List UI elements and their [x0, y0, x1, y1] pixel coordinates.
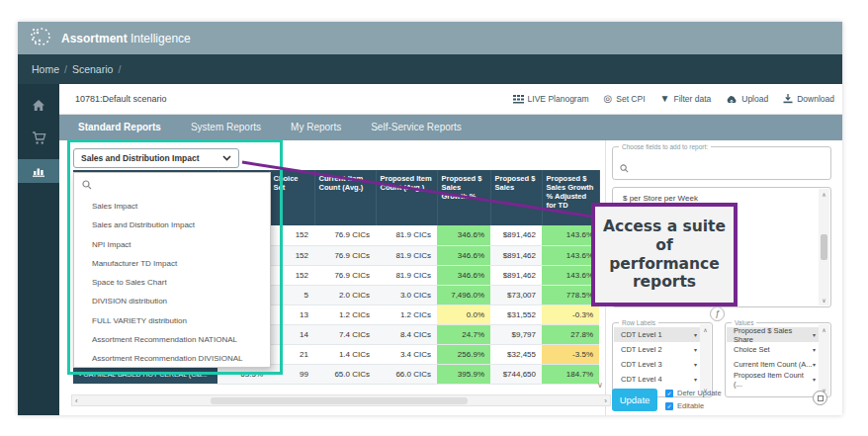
cell-proposed-sales: $32,455 — [490, 344, 542, 364]
report-tabs: Standard ReportsSystem ReportsMy Reports… — [59, 115, 842, 140]
sidebar-item-home[interactable] — [18, 92, 59, 118]
sidebar-item-reports[interactable] — [18, 159, 59, 183]
scroll-up-arrow[interactable]: ∧ — [703, 326, 707, 333]
search-icon — [620, 164, 629, 173]
fields-search-input[interactable] — [613, 147, 830, 177]
update-options: ✓ Defer Update ✓ Editable — [665, 389, 722, 414]
chevron-down-icon[interactable]: ▾ — [694, 376, 697, 383]
report-layout-icon[interactable] — [813, 391, 827, 405]
pivot-field-item[interactable]: CDT Level 3▾ — [614, 357, 700, 372]
scroll-down-arrow[interactable]: ∨ — [822, 297, 825, 304]
pivot-field-item[interactable]: CDT Level 4▾ — [614, 372, 700, 387]
cell-sales-growth-adjusted: -0.3% — [542, 305, 599, 324]
report-option[interactable]: Assortment Recommendation NATIONAL — [74, 330, 270, 349]
planogram-grid-icon — [513, 95, 524, 104]
report-dropdown-list: Sales ImpactSales and Distribution Impac… — [74, 197, 270, 369]
chevron-down-icon[interactable]: ▾ — [813, 346, 816, 353]
cell-choice-set: 5 — [269, 285, 314, 305]
sidebar-item-cart[interactable] — [18, 126, 59, 151]
cell-proposed-sales: $891,462 — [490, 245, 542, 265]
cell-proposed-sales: $73,007 — [490, 285, 542, 305]
cell-choice-set: 13 — [269, 305, 314, 324]
cell-proposed-item-count: 3.0 CICs — [376, 285, 437, 305]
breadcrumb-separator: / — [64, 63, 67, 75]
cart-icon — [32, 131, 46, 145]
cell-choice-set: 152 — [269, 225, 314, 245]
scrollbar-thumb[interactable] — [211, 397, 468, 404]
cell-proposed-sales: $31,552 — [490, 305, 542, 324]
horizontal-scrollbar[interactable]: ‹ › — [71, 394, 611, 406]
cell-sales-growth: 346.6% — [437, 265, 490, 285]
report-option[interactable]: FULL VARIETY distribution — [74, 311, 270, 330]
values-box: Values Proposed $ Sales Share▾Choice Set… — [725, 322, 831, 397]
brand-logo-icon — [28, 24, 53, 53]
download-icon — [783, 94, 793, 104]
scrollbar-thumb[interactable] — [821, 234, 827, 260]
report-type-select[interactable]: Sales and Distribution Impact — [73, 148, 239, 168]
tab-system-reports[interactable]: System Reports — [176, 115, 276, 140]
chevron-down-icon[interactable]: ▾ — [694, 346, 697, 353]
defer-update-checkbox[interactable]: ✓ Defer Update — [665, 389, 722, 397]
breadcrumb-scenario-link[interactable]: Scenario — [72, 63, 113, 75]
tab-my-reports[interactable]: My Reports — [276, 115, 356, 140]
values-label: Values — [732, 319, 756, 326]
cell-choice-set: 99 — [269, 364, 314, 384]
upload-button[interactable]: Upload — [726, 94, 768, 104]
choose-fields-box: Choose fields to add to report: — [612, 146, 831, 180]
tab-standard-reports[interactable]: Standard Reports — [63, 115, 176, 140]
row-labels-box: Row Labels CDT Level 1▾CDT Level 2▾CDT L… — [612, 322, 713, 397]
scroll-up-arrow[interactable]: ∧ — [822, 191, 825, 198]
chevron-down-icon[interactable]: ▾ — [813, 376, 816, 383]
cell-proposed-item-count: 66.0 CICs — [376, 364, 437, 384]
chevron-down-icon[interactable]: ▾ — [694, 361, 697, 368]
live-planogram-button[interactable]: LIVE Planogram — [513, 94, 589, 104]
values-scrollbar[interactable]: ∧ ∨ — [819, 324, 829, 395]
cell-current-item-count: 76.9 CICs — [314, 245, 376, 265]
report-option[interactable]: Manufacturer TD Impact — [74, 254, 270, 273]
pivot-field-item[interactable]: CDT Level 2▾ — [614, 342, 700, 357]
cell-proposed-item-count: 81.9 CICs — [376, 245, 437, 265]
chevron-down-icon[interactable]: ▾ — [694, 331, 697, 338]
table-scroll-down-arrow[interactable]: ∨ — [597, 381, 603, 390]
dropdown-search-input[interactable] — [74, 173, 270, 197]
filter-data-button[interactable]: ▼ Filter data — [660, 94, 712, 104]
pivot-field-item[interactable]: Proposed $ Sales Share▾ — [727, 327, 819, 342]
cell-proposed-item-count: 81.9 CICs — [376, 265, 437, 285]
report-option[interactable]: Assortment Recommendation DIVISIONAL — [74, 349, 270, 368]
checkbox-checked-icon: ✓ — [665, 390, 673, 397]
report-option[interactable]: NPI Impact — [74, 235, 270, 254]
cell-proposed-item-count: 1.2 CICs — [376, 305, 437, 324]
cell-proposed-sales: $9,797 — [490, 324, 542, 344]
cell-current-item-count: 76.9 CICs — [314, 225, 376, 245]
set-cpi-button[interactable]: ◎ Set CPI — [604, 94, 646, 104]
tab-self-service-reports[interactable]: Self-Service Reports — [356, 115, 477, 140]
pivot-field-name: CDT Level 1 — [621, 330, 662, 339]
bar-chart-icon — [32, 165, 45, 177]
cell-current-item-count: 76.9 CICs — [314, 265, 376, 285]
pivot-field-item[interactable]: Choice Set▾ — [727, 342, 819, 357]
editable-checkbox[interactable]: ✓ Editable — [665, 401, 722, 410]
report-option[interactable]: Sales Impact — [74, 197, 270, 216]
pivot-field-item[interactable]: Proposed Item Count (...▾ — [727, 372, 819, 387]
report-option[interactable]: DIVISION distribution — [74, 292, 270, 310]
cell-sales-growth-adjusted: 27.8% — [542, 324, 599, 344]
pivot-field-item[interactable]: CDT Level 1▾ — [614, 327, 700, 342]
row-labels-scrollbar[interactable]: ∧ ∨ — [700, 324, 711, 395]
function-icon[interactable]: ƒ — [710, 306, 725, 321]
breadcrumb-home-link[interactable]: Home — [32, 63, 59, 75]
values-list: Proposed $ Sales Share▾Choice Set▾Curren… — [727, 327, 819, 395]
home-icon — [32, 99, 45, 112]
report-option[interactable]: Space to Sales Chart — [74, 273, 270, 292]
search-icon — [82, 180, 92, 190]
chevron-down-icon[interactable]: ▾ — [813, 331, 816, 338]
chevron-down-icon[interactable]: ▾ — [813, 361, 816, 368]
scroll-up-arrow[interactable]: ∧ — [822, 326, 825, 333]
update-button[interactable]: Update — [612, 389, 657, 411]
scroll-right-arrow[interactable]: › — [604, 396, 607, 405]
scroll-left-arrow[interactable]: ‹ — [75, 396, 78, 405]
scenario-title: 10781:Default scenario — [75, 94, 167, 104]
report-option[interactable]: Sales and Distribution Impact — [74, 216, 270, 234]
breadcrumb-separator: / — [118, 63, 121, 75]
fields-scrollbar[interactable]: ∧ ∨ — [819, 189, 829, 305]
download-button[interactable]: Download — [783, 94, 834, 104]
